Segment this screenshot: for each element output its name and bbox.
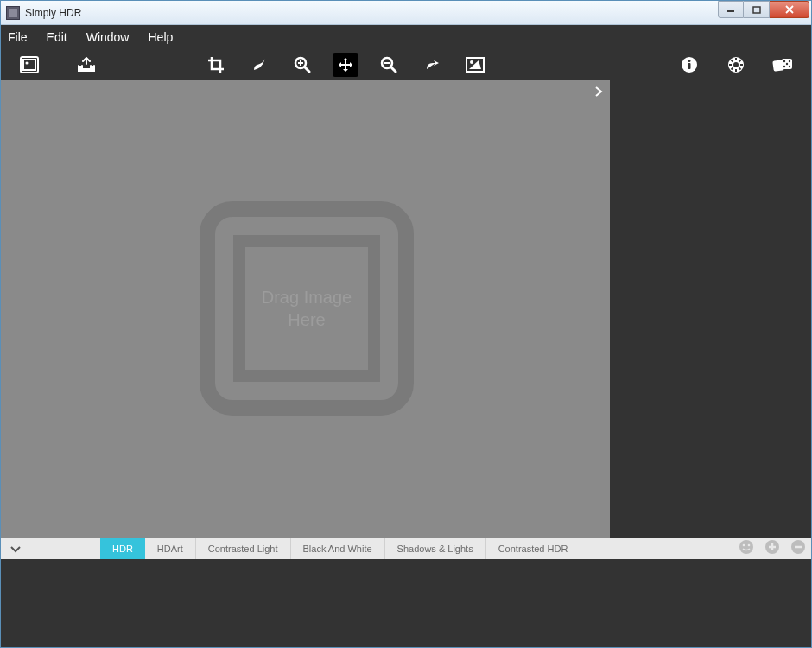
svg-rect-19 xyxy=(688,63,691,69)
chevron-down-icon xyxy=(10,541,22,556)
zoom-out-button[interactable] xyxy=(376,53,402,77)
svg-point-39 xyxy=(748,544,751,547)
preset-add-button[interactable] xyxy=(759,538,785,559)
collapse-panel-button[interactable] xyxy=(594,86,603,100)
face-icon xyxy=(739,539,754,558)
pan-button[interactable] xyxy=(333,53,358,77)
compare-button[interactable] xyxy=(462,53,488,77)
canvas-area[interactable]: Drag Image Here xyxy=(1,80,610,538)
svg-line-26 xyxy=(732,60,733,62)
maximize-button[interactable] xyxy=(744,1,770,18)
titlebar-text: Simply HDR xyxy=(25,7,718,19)
brush-icon xyxy=(251,57,267,73)
save-image-button[interactable] xyxy=(73,53,99,77)
toolbar xyxy=(1,49,811,80)
settings-icon xyxy=(727,56,745,73)
filter-tab-hdr[interactable]: HDR xyxy=(100,538,145,559)
brush-button[interactable] xyxy=(246,53,272,77)
filter-tab-shadows-lights[interactable]: Shadows & Lights xyxy=(384,538,485,559)
close-button[interactable] xyxy=(770,1,809,18)
svg-rect-1 xyxy=(753,7,760,13)
chevron-right-icon xyxy=(594,86,603,100)
app-icon xyxy=(6,6,20,20)
menu-help[interactable]: Help xyxy=(148,30,173,44)
menu-edit[interactable]: Edit xyxy=(47,30,67,44)
zoom-in-icon xyxy=(294,56,311,73)
filter-tab-hdart[interactable]: HDArt xyxy=(145,538,195,559)
svg-point-38 xyxy=(743,544,745,547)
redo-icon xyxy=(424,57,440,73)
filter-category-dropdown[interactable] xyxy=(1,538,100,559)
filter-tab-contrasted-light[interactable]: Contrasted Light xyxy=(195,538,290,559)
crop-icon xyxy=(207,56,225,73)
titlebar[interactable]: Simply HDR xyxy=(1,1,811,25)
svg-point-37 xyxy=(739,540,753,554)
crop-button[interactable] xyxy=(203,53,229,77)
zoom-out-icon xyxy=(380,56,397,73)
compare-icon xyxy=(466,57,485,73)
svg-point-36 xyxy=(786,63,788,65)
app-window: Simply HDR File Edit Window Help xyxy=(0,0,812,648)
filter-bar: HDR HDArt Contrasted Light Black And Whi… xyxy=(1,538,811,559)
menu-file[interactable]: File xyxy=(8,30,28,44)
svg-point-6 xyxy=(26,62,29,65)
minus-circle-icon xyxy=(790,539,806,558)
minimize-button[interactable] xyxy=(718,1,744,18)
info-icon xyxy=(681,56,698,73)
open-image-icon xyxy=(20,56,39,73)
settings-button[interactable] xyxy=(723,53,749,77)
presets-strip xyxy=(1,559,811,647)
filter-tab-black-and-white[interactable]: Black And White xyxy=(290,538,384,559)
filter-tab-contrasted-hdr[interactable]: Contrasted HDR xyxy=(485,538,580,559)
drop-zone[interactable]: Drag Image Here xyxy=(200,201,414,416)
svg-rect-5 xyxy=(23,60,35,70)
preset-remove-button[interactable] xyxy=(785,538,811,559)
menu-window[interactable]: Window xyxy=(86,30,130,44)
drop-text-1: Drag Image xyxy=(262,286,352,308)
svg-line-27 xyxy=(739,68,741,70)
drop-text-2: Here xyxy=(288,308,325,331)
menubar: File Edit Window Help xyxy=(1,25,811,49)
redo-button[interactable] xyxy=(419,53,445,77)
save-image-icon xyxy=(77,57,96,73)
svg-point-16 xyxy=(470,60,473,64)
drop-zone-inner: Drag Image Here xyxy=(233,235,380,382)
right-panel xyxy=(610,80,811,538)
svg-point-34 xyxy=(783,66,785,67)
svg-point-21 xyxy=(733,62,739,67)
svg-point-35 xyxy=(789,66,790,67)
info-button[interactable] xyxy=(676,53,702,77)
svg-line-12 xyxy=(391,67,396,72)
svg-line-28 xyxy=(739,60,741,62)
preset-face-button[interactable] xyxy=(733,538,759,559)
svg-point-32 xyxy=(783,60,785,62)
window-controls xyxy=(718,1,809,18)
plus-circle-icon xyxy=(764,539,780,558)
svg-line-29 xyxy=(732,68,733,70)
svg-point-18 xyxy=(688,60,691,62)
random-icon xyxy=(772,56,793,73)
open-image-button[interactable] xyxy=(16,53,42,77)
pan-icon xyxy=(337,56,354,73)
random-button[interactable] xyxy=(770,53,796,77)
zoom-in-button[interactable] xyxy=(289,53,315,77)
svg-line-8 xyxy=(305,67,309,72)
main-area: Drag Image Here xyxy=(1,80,811,538)
svg-point-33 xyxy=(789,60,790,62)
